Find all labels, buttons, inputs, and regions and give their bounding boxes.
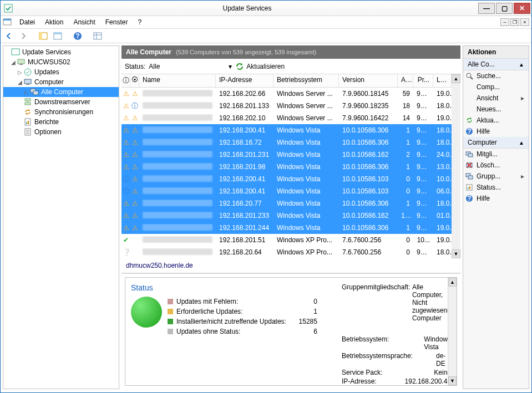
tree-downstream[interactable]: Downstreamserver <box>3 97 119 107</box>
tree-all-computers[interactable]: ▷Alle Computer <box>3 87 119 97</box>
table-row[interactable]: ⚠⚠192.168.201.231Windows Vista10.0.10586… <box>121 149 460 161</box>
table-row[interactable]: ⚠⚠192.168.201.244Windows Vista10.0.10586… <box>121 222 460 234</box>
help-button[interactable]: ? <box>72 30 84 42</box>
center-header: Alle Computer (539 Computers von 539 ang… <box>121 45 460 59</box>
cell-a: 100 <box>398 212 413 220</box>
details-scroll-down[interactable]: ▼ <box>448 376 457 385</box>
cell-ip: 192.168.200.41 <box>216 187 273 195</box>
status-icon-2: ⚠ <box>130 224 139 232</box>
status-icon-2: ⚠ <box>130 187 139 195</box>
svg-rect-6 <box>54 33 62 34</box>
refresh-icon <box>465 116 473 124</box>
action-ansicht[interactable]: Ansicht <box>463 93 529 104</box>
tree-options[interactable]: Optionen <box>3 127 119 137</box>
action-hilfe[interactable]: ?Hilfe <box>463 193 529 204</box>
action-grupp[interactable]: Grupp... <box>463 171 529 182</box>
table-row[interactable]: ⚠⚠192.168.202.66Windows Server ...7.9.96… <box>121 88 460 100</box>
table-row[interactable]: ✔192.168.201.51Windows XP Pro...7.6.7600… <box>121 234 460 246</box>
tree-updates[interactable]: ▷Updates <box>3 67 119 77</box>
tree-root[interactable]: Update Services <box>3 47 119 57</box>
action-comp[interactable]: Comp... <box>463 81 529 93</box>
svg-rect-17 <box>26 84 29 85</box>
cell-ip: 192.168.201.233 <box>216 212 273 220</box>
table-scrollbar[interactable]: ▲ ▼ <box>452 74 460 258</box>
refresh-button[interactable]: Aktualisieren <box>235 62 285 71</box>
col-a[interactable]: A... <box>398 74 413 87</box>
status-icon-2: ⚠ <box>130 175 139 183</box>
table-row[interactable]: ⓘ⚠192.168.200.41Windows Vista10.0.10586.… <box>121 185 460 197</box>
table-row[interactable]: ⚠ⓘ192.168.201.133Windows Server ...7.9.9… <box>121 100 460 112</box>
view-button[interactable] <box>92 30 104 42</box>
col-status2[interactable]: ⦿ <box>130 74 139 87</box>
tree-sync[interactable]: Synchronisierungen <box>3 107 119 117</box>
col-os[interactable]: Betriebssystem <box>273 74 339 87</box>
col-ver[interactable]: Version <box>339 74 398 87</box>
status-dropdown[interactable]: Alle▾ <box>149 63 232 70</box>
table-row[interactable]: ⚠⚠192.168.201.98Windows Vista10.0.10586.… <box>121 161 460 173</box>
actions-group2[interactable]: Computer▲ <box>463 137 529 149</box>
action-suche[interactable]: Suche... <box>463 70 529 81</box>
show-hide-tree-button[interactable] <box>37 30 49 42</box>
menu-fenster[interactable]: Fenster <box>101 17 133 27</box>
tree-computer[interactable]: ◢Computer <box>3 77 119 87</box>
scroll-down-button[interactable]: ▼ <box>452 249 460 258</box>
svg-rect-20 <box>25 99 31 101</box>
mdi-close[interactable]: × <box>520 18 529 26</box>
maximize-button[interactable]: ▢ <box>496 3 513 14</box>
menu-help[interactable]: ? <box>133 17 146 27</box>
cell-os: Windows Vista <box>273 139 339 146</box>
table-row[interactable]: ⚠⚠192.168.20.77Windows Vista10.0.10586.3… <box>121 197 460 210</box>
computers-table: ⓘ ⦿ Name IP-Adresse Betriebssystem Versi… <box>121 74 460 258</box>
menu-ansicht[interactable]: Ansicht <box>69 17 99 27</box>
table-row[interactable]: ⚠⚠192.168.201.233Windows Vista10.0.10586… <box>121 210 460 222</box>
menu-aktion[interactable]: Aktion <box>40 17 68 27</box>
action-hilfe[interactable]: ?Hilfe <box>463 126 529 137</box>
scroll-up-button[interactable]: ▲ <box>452 74 460 83</box>
col-pr[interactable]: Pr... <box>413 74 433 87</box>
mdi-minimize[interactable]: – <box>500 18 509 26</box>
action-aktua[interactable]: Aktua... <box>463 115 529 126</box>
menu-datei[interactable]: Datei <box>15 17 39 27</box>
mmc-icon <box>3 18 12 27</box>
mdi-restore[interactable]: ❐ <box>510 18 519 26</box>
cell-os: Windows Server ... <box>273 90 339 98</box>
svg-rect-25 <box>28 121 29 124</box>
table-row[interactable]: ❔192.168.20.64Windows XP Pro...7.6.7600.… <box>121 246 460 258</box>
actions-group1[interactable]: Alle Co...▲ <box>463 59 529 70</box>
action-status[interactable]: Status... <box>463 182 529 193</box>
table-row[interactable]: ⚠⚠192.168.16.72Windows Vista10.0.10586.3… <box>121 136 460 149</box>
properties-button[interactable] <box>52 30 64 42</box>
details-scrollbar[interactable]: ▲ ▼ <box>448 278 457 385</box>
svg-rect-9 <box>94 33 102 39</box>
table-row[interactable]: ⚠⚠192.168.202.10Windows Server ...7.9.96… <box>121 112 460 124</box>
table-row[interactable]: ⓘ⚠192.168.200.41Windows Vista10.0.10586.… <box>121 173 460 185</box>
svg-rect-43 <box>469 186 470 189</box>
close-button[interactable]: ✕ <box>514 3 530 14</box>
col-status1[interactable]: ⓘ <box>121 74 130 87</box>
col-date[interactable]: Letzter Stat... <box>433 74 452 87</box>
cell-a: 14 <box>398 114 413 122</box>
cell-os: Windows Vista <box>273 212 339 220</box>
tree-server[interactable]: ◢MUCWSUS02 <box>3 57 119 67</box>
col-name[interactable]: Name <box>139 74 216 87</box>
cell-ver: 10.0.10586.103 <box>339 175 398 183</box>
minimize-button[interactable]: — <box>478 3 495 14</box>
action-neues[interactable]: Neues... <box>463 104 529 115</box>
status-icon-1: ⚠ <box>121 163 130 171</box>
blank-icon <box>465 94 473 102</box>
tree-reports[interactable]: Berichte <box>3 117 119 127</box>
action-mitgli[interactable]: Mitgli... <box>463 149 529 160</box>
cell-os: Windows Vista <box>273 224 339 232</box>
back-button[interactable] <box>3 30 15 42</box>
action-lsch[interactable]: Lösch... <box>463 160 529 171</box>
app-icon <box>4 4 13 13</box>
status-legend: Updates mit Fehlern: Erforderliche Updat… <box>168 297 286 336</box>
table-row[interactable]: ⚠⚠192.168.200.41Windows Vista10.0.10586.… <box>121 124 460 136</box>
status-icon-1: ✔ <box>121 236 130 244</box>
tree-panel: Update Services ◢MUCWSUS02 ▷Updates ◢Com… <box>3 45 119 389</box>
details-scroll-up[interactable]: ▲ <box>448 278 457 287</box>
col-ip[interactable]: IP-Adresse <box>216 74 273 87</box>
forward-button[interactable] <box>17 30 29 42</box>
cell-os: Windows Vista <box>273 151 339 159</box>
cell-a: 1 <box>398 200 413 207</box>
